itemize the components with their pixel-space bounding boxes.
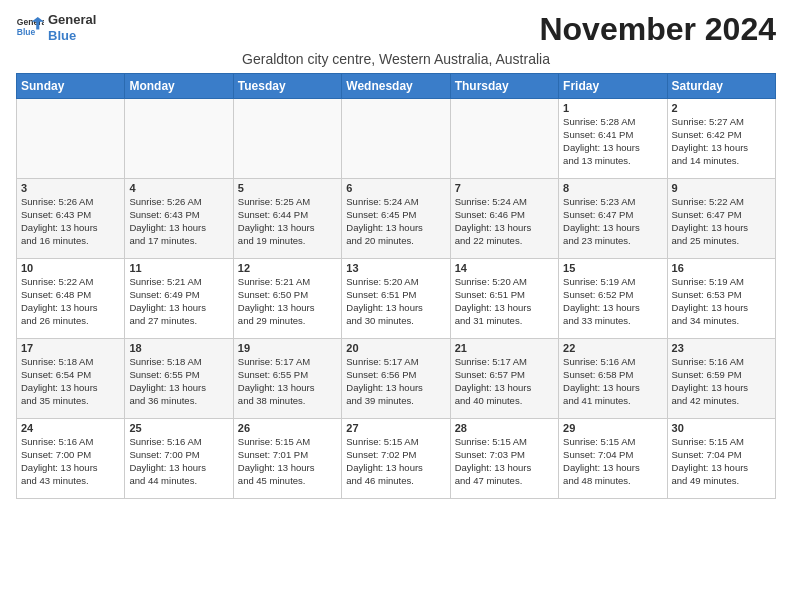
day-number: 9 — [672, 182, 771, 194]
cell-info: Sunrise: 5:15 AM Sunset: 7:02 PM Dayligh… — [346, 436, 445, 487]
cell-info: Sunrise: 5:24 AM Sunset: 6:46 PM Dayligh… — [455, 196, 554, 247]
header-saturday: Saturday — [667, 74, 775, 99]
header-wednesday: Wednesday — [342, 74, 450, 99]
day-number: 20 — [346, 342, 445, 354]
cell-info: Sunrise: 5:23 AM Sunset: 6:47 PM Dayligh… — [563, 196, 662, 247]
day-number: 28 — [455, 422, 554, 434]
day-number: 24 — [21, 422, 120, 434]
calendar-cell: 13Sunrise: 5:20 AM Sunset: 6:51 PM Dayli… — [342, 259, 450, 339]
cell-info: Sunrise: 5:18 AM Sunset: 6:55 PM Dayligh… — [129, 356, 228, 407]
svg-text:Blue: Blue — [17, 27, 36, 37]
day-number: 23 — [672, 342, 771, 354]
calendar-cell: 21Sunrise: 5:17 AM Sunset: 6:57 PM Dayli… — [450, 339, 558, 419]
week-row-3: 17Sunrise: 5:18 AM Sunset: 6:54 PM Dayli… — [17, 339, 776, 419]
day-number: 2 — [672, 102, 771, 114]
calendar-cell: 26Sunrise: 5:15 AM Sunset: 7:01 PM Dayli… — [233, 419, 341, 499]
calendar-cell: 7Sunrise: 5:24 AM Sunset: 6:46 PM Daylig… — [450, 179, 558, 259]
day-number: 29 — [563, 422, 662, 434]
month-title: November 2024 — [539, 12, 776, 47]
header-friday: Friday — [559, 74, 667, 99]
calendar-cell: 28Sunrise: 5:15 AM Sunset: 7:03 PM Dayli… — [450, 419, 558, 499]
logo-icon: General Blue — [16, 14, 44, 42]
calendar-cell: 25Sunrise: 5:16 AM Sunset: 7:00 PM Dayli… — [125, 419, 233, 499]
header: General Blue General Blue November 2024 — [16, 12, 776, 47]
calendar-cell: 23Sunrise: 5:16 AM Sunset: 6:59 PM Dayli… — [667, 339, 775, 419]
calendar-cell — [233, 99, 341, 179]
day-number: 10 — [21, 262, 120, 274]
calendar-cell: 9Sunrise: 5:22 AM Sunset: 6:47 PM Daylig… — [667, 179, 775, 259]
cell-info: Sunrise: 5:17 AM Sunset: 6:56 PM Dayligh… — [346, 356, 445, 407]
calendar-cell: 6Sunrise: 5:24 AM Sunset: 6:45 PM Daylig… — [342, 179, 450, 259]
calendar-cell: 17Sunrise: 5:18 AM Sunset: 6:54 PM Dayli… — [17, 339, 125, 419]
calendar-cell: 2Sunrise: 5:27 AM Sunset: 6:42 PM Daylig… — [667, 99, 775, 179]
page: General Blue General Blue November 2024 … — [0, 0, 792, 507]
calendar-cell: 18Sunrise: 5:18 AM Sunset: 6:55 PM Dayli… — [125, 339, 233, 419]
logo-blue-text: Blue — [48, 28, 96, 44]
calendar-cell — [125, 99, 233, 179]
calendar-cell: 3Sunrise: 5:26 AM Sunset: 6:43 PM Daylig… — [17, 179, 125, 259]
calendar-cell: 24Sunrise: 5:16 AM Sunset: 7:00 PM Dayli… — [17, 419, 125, 499]
cell-info: Sunrise: 5:18 AM Sunset: 6:54 PM Dayligh… — [21, 356, 120, 407]
calendar-cell: 15Sunrise: 5:19 AM Sunset: 6:52 PM Dayli… — [559, 259, 667, 339]
calendar-cell: 4Sunrise: 5:26 AM Sunset: 6:43 PM Daylig… — [125, 179, 233, 259]
day-number: 7 — [455, 182, 554, 194]
cell-info: Sunrise: 5:17 AM Sunset: 6:57 PM Dayligh… — [455, 356, 554, 407]
calendar-cell: 30Sunrise: 5:15 AM Sunset: 7:04 PM Dayli… — [667, 419, 775, 499]
header-thursday: Thursday — [450, 74, 558, 99]
calendar-cell: 20Sunrise: 5:17 AM Sunset: 6:56 PM Dayli… — [342, 339, 450, 419]
calendar-table: Sunday Monday Tuesday Wednesday Thursday… — [16, 73, 776, 499]
day-number: 21 — [455, 342, 554, 354]
week-row-4: 24Sunrise: 5:16 AM Sunset: 7:00 PM Dayli… — [17, 419, 776, 499]
calendar-cell: 19Sunrise: 5:17 AM Sunset: 6:55 PM Dayli… — [233, 339, 341, 419]
day-number: 30 — [672, 422, 771, 434]
calendar-cell: 12Sunrise: 5:21 AM Sunset: 6:50 PM Dayli… — [233, 259, 341, 339]
calendar-cell — [17, 99, 125, 179]
header-tuesday: Tuesday — [233, 74, 341, 99]
header-sunday: Sunday — [17, 74, 125, 99]
week-row-0: 1Sunrise: 5:28 AM Sunset: 6:41 PM Daylig… — [17, 99, 776, 179]
day-number: 15 — [563, 262, 662, 274]
calendar-cell: 10Sunrise: 5:22 AM Sunset: 6:48 PM Dayli… — [17, 259, 125, 339]
week-row-1: 3Sunrise: 5:26 AM Sunset: 6:43 PM Daylig… — [17, 179, 776, 259]
calendar-cell: 22Sunrise: 5:16 AM Sunset: 6:58 PM Dayli… — [559, 339, 667, 419]
calendar-cell: 11Sunrise: 5:21 AM Sunset: 6:49 PM Dayli… — [125, 259, 233, 339]
calendar-cell — [450, 99, 558, 179]
calendar-cell: 27Sunrise: 5:15 AM Sunset: 7:02 PM Dayli… — [342, 419, 450, 499]
day-number: 19 — [238, 342, 337, 354]
cell-info: Sunrise: 5:20 AM Sunset: 6:51 PM Dayligh… — [455, 276, 554, 327]
cell-info: Sunrise: 5:16 AM Sunset: 6:58 PM Dayligh… — [563, 356, 662, 407]
cell-info: Sunrise: 5:16 AM Sunset: 6:59 PM Dayligh… — [672, 356, 771, 407]
cell-info: Sunrise: 5:15 AM Sunset: 7:01 PM Dayligh… — [238, 436, 337, 487]
title-block: November 2024 — [539, 12, 776, 47]
cell-info: Sunrise: 5:27 AM Sunset: 6:42 PM Dayligh… — [672, 116, 771, 167]
day-number: 17 — [21, 342, 120, 354]
cell-info: Sunrise: 5:22 AM Sunset: 6:47 PM Dayligh… — [672, 196, 771, 247]
cell-info: Sunrise: 5:24 AM Sunset: 6:45 PM Dayligh… — [346, 196, 445, 247]
day-number: 14 — [455, 262, 554, 274]
day-number: 4 — [129, 182, 228, 194]
cell-info: Sunrise: 5:26 AM Sunset: 6:43 PM Dayligh… — [21, 196, 120, 247]
day-number: 18 — [129, 342, 228, 354]
cell-info: Sunrise: 5:15 AM Sunset: 7:04 PM Dayligh… — [672, 436, 771, 487]
cell-info: Sunrise: 5:22 AM Sunset: 6:48 PM Dayligh… — [21, 276, 120, 327]
svg-text:General: General — [17, 16, 44, 26]
logo: General Blue General Blue — [16, 12, 96, 43]
cell-info: Sunrise: 5:26 AM Sunset: 6:43 PM Dayligh… — [129, 196, 228, 247]
cell-info: Sunrise: 5:16 AM Sunset: 7:00 PM Dayligh… — [129, 436, 228, 487]
cell-info: Sunrise: 5:28 AM Sunset: 6:41 PM Dayligh… — [563, 116, 662, 167]
cell-info: Sunrise: 5:25 AM Sunset: 6:44 PM Dayligh… — [238, 196, 337, 247]
cell-info: Sunrise: 5:16 AM Sunset: 7:00 PM Dayligh… — [21, 436, 120, 487]
day-number: 5 — [238, 182, 337, 194]
day-number: 13 — [346, 262, 445, 274]
logo-general-text: General — [48, 12, 96, 28]
day-number: 3 — [21, 182, 120, 194]
cell-info: Sunrise: 5:15 AM Sunset: 7:04 PM Dayligh… — [563, 436, 662, 487]
cell-info: Sunrise: 5:15 AM Sunset: 7:03 PM Dayligh… — [455, 436, 554, 487]
day-number: 6 — [346, 182, 445, 194]
cell-info: Sunrise: 5:17 AM Sunset: 6:55 PM Dayligh… — [238, 356, 337, 407]
day-number: 8 — [563, 182, 662, 194]
location: Geraldton city centre, Western Australia… — [16, 51, 776, 67]
cell-info: Sunrise: 5:19 AM Sunset: 6:52 PM Dayligh… — [563, 276, 662, 327]
day-number: 25 — [129, 422, 228, 434]
calendar-cell: 8Sunrise: 5:23 AM Sunset: 6:47 PM Daylig… — [559, 179, 667, 259]
